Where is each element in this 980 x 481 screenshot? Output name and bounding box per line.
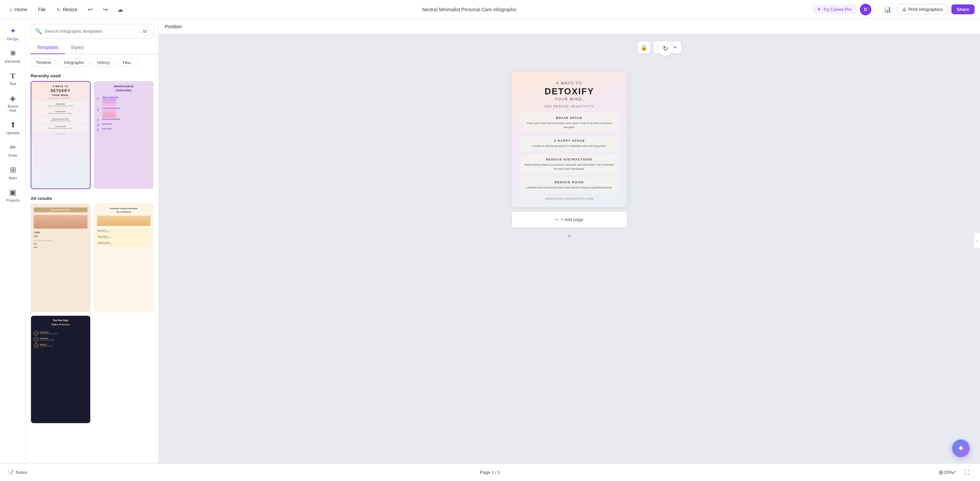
grid-icon: ⊞ — [939, 469, 943, 476]
sidebar-item-brand-hub[interactable]: ◈ Brand Hub — [2, 91, 24, 116]
fullscreen-button[interactable]: ⛶ — [962, 467, 972, 478]
template-preview-culinary: Profitable Culinary Business Tips for Be… — [94, 204, 154, 311]
topbar: ⌂ Home File ⤡ Resize ↩ ↪ ☁ Neutral Minim… — [0, 0, 980, 19]
left-panel: 🔍 ⊟ Templates Styles Timeline Infographi… — [26, 19, 159, 463]
refresh-button-wrap: ↻ — [658, 41, 673, 56]
position-label: Position — [165, 24, 182, 29]
sidebar-item-apps[interactable]: ⊞ Apps — [2, 162, 24, 183]
lock-button[interactable]: 🔒 — [638, 41, 651, 54]
fit-view-button[interactable]: ⤢ — [949, 467, 959, 478]
infographic-wrap: 4 WAYS TO DETOXIFY YOUR MIND. AND REDUCE… — [511, 72, 627, 453]
redo-button[interactable]: ↪ — [99, 3, 111, 16]
undo-icon: ↩ — [88, 6, 93, 13]
template-card-sales[interactable]: The Five Step Sales Process 01 Prospecti… — [31, 315, 91, 424]
filter-button[interactable]: ⊟ — [141, 27, 149, 35]
sidebar-item-uploads[interactable]: ⬆ Uploads — [2, 117, 24, 138]
apps-icon: ⊞ — [10, 166, 16, 174]
file-button[interactable]: File — [34, 5, 50, 14]
canvas-scroll: 🔒 ⧉ + ↻ 4 WAYS TO DETOX — [159, 34, 980, 463]
sparkle-icon: ✦ — [817, 7, 821, 12]
infographic-card[interactable]: 4 WAYS TO DETOXIFY YOUR MIND. AND REDUCE… — [511, 72, 627, 207]
infographic-main-title: DETOXIFY — [520, 86, 619, 96]
all-results-grid: EMPLOYEE STATISTICS 1,029 110 SALARY CON… — [26, 204, 158, 428]
uploads-icon: ⬆ — [10, 121, 16, 129]
brand-hub-icon: ◈ — [10, 94, 16, 103]
add-icon: + — [673, 44, 676, 50]
recently-used-grid: 4 WAYS TO DETOXIFY YOUR MIND. AND REDUCE… — [26, 81, 158, 194]
position-bar: Position — [159, 19, 980, 34]
page-dot — [568, 235, 571, 237]
search-input[interactable] — [45, 29, 138, 34]
chip-infographic[interactable]: Infographic — [59, 58, 89, 67]
page-title: Neutral Minimalist Personal Care Infogra… — [422, 7, 517, 12]
notes-icon: 📝 — [8, 470, 14, 475]
home-icon: ⌂ — [10, 7, 12, 12]
resize-icon: ⤡ — [57, 7, 60, 12]
sidebar-item-design[interactable]: ✦ Design — [2, 23, 24, 44]
canva-assistant-button[interactable]: ✦ — [952, 440, 970, 457]
infographic-footer: WWW.REALLYGREATSITE.COM — [520, 197, 619, 200]
file-label: File — [38, 7, 46, 12]
cloud-icon: ☁ — [117, 6, 123, 13]
add-page-button[interactable]: + + Add page — [511, 211, 627, 228]
draw-icon: ✏ — [10, 143, 16, 152]
notes-button[interactable]: 📝 Notes — [8, 470, 27, 475]
infographic-section-1: A HAPPY SPACE Create an intentional spac… — [520, 135, 619, 151]
chart-icon-button[interactable]: 📊 — [881, 3, 894, 16]
refresh-icon: ↻ — [663, 44, 668, 53]
topbar-center: Neutral Minimalist Personal Care Infogra… — [130, 7, 808, 12]
resize-button[interactable]: ⤡ Resize — [52, 5, 81, 14]
print-button[interactable]: 🖨 Print Infographics — [897, 4, 948, 14]
undo-button[interactable]: ↩ — [84, 3, 96, 16]
share-button[interactable]: Share — [951, 5, 975, 14]
chart-icon: 📊 — [884, 6, 891, 13]
tab-styles[interactable]: Styles — [65, 41, 90, 54]
text-icon: T — [10, 72, 15, 80]
infographic-pre-title: 4 WAYS TO — [520, 81, 619, 85]
template-card-culinary[interactable]: Profitable Culinary Business Tips for Be… — [94, 204, 154, 312]
bottom-bar: 📝 Notes Page 1 / 1 20% ⊞ ⤢ ⛶ — [0, 463, 980, 481]
home-button[interactable]: ⌂ Home — [5, 5, 31, 14]
template-card-mindfulness[interactable]: MINDFULNESS EXERCISES 1 MINDFUL BREATHIN… — [94, 81, 154, 189]
printer-icon: 🖨 — [902, 7, 907, 12]
fit-icon: ⤢ — [952, 469, 956, 476]
elements-icon: ❋ — [10, 49, 16, 58]
search-icon: 🔍 — [35, 28, 42, 34]
chip-timeline[interactable]: Timeline — [31, 58, 56, 67]
topbar-left: ⌂ Home File ⤡ Resize ↩ ↪ ☁ — [5, 3, 126, 16]
projects-icon: ▣ — [9, 188, 16, 197]
grid-view-button[interactable]: ⊞ — [936, 467, 946, 478]
fullscreen-icon: ⛶ — [964, 470, 969, 476]
sidebar-item-elements[interactable]: ❋ Elements — [2, 46, 24, 67]
sidebar-item-draw[interactable]: ✏ Draw — [2, 140, 24, 161]
try-pro-button[interactable]: ✦ Try Canva Pro — [813, 5, 856, 14]
plus-icon: + — [555, 217, 558, 222]
template-preview-mindfulness: MINDFULNESS EXERCISES 1 MINDFUL BREATHIN… — [94, 81, 154, 189]
resize-label: Resize — [63, 7, 77, 12]
template-card-employee[interactable]: EMPLOYEE STATISTICS 1,029 110 SALARY CON… — [31, 204, 91, 312]
tab-templates[interactable]: Templates — [31, 41, 65, 54]
template-preview-employee: EMPLOYEE STATISTICS 1,029 110 SALARY CON… — [31, 204, 90, 311]
refresh-button[interactable]: ↻ — [658, 41, 673, 56]
chip-health[interactable]: Hea... — [118, 58, 139, 67]
share-label: Share — [957, 7, 969, 12]
topbar-right: ✦ Try Canva Pro D 📊 🖨 Print Infographics… — [813, 3, 975, 16]
chip-history[interactable]: History — [92, 58, 115, 67]
search-input-wrap: 🔍 ⊟ — [31, 24, 154, 38]
print-label: Print Infographics — [908, 7, 943, 12]
page-info: Page 1 / 1 — [480, 470, 500, 475]
redo-icon: ↪ — [103, 6, 108, 13]
divider — [876, 5, 877, 14]
sidebar-item-projects[interactable]: ▣ Projects — [2, 185, 24, 206]
panel-scroll: Recently used 4 WAYS TO DETOXIFY YOUR MI… — [26, 71, 158, 463]
infographic-section-2: REDUCE DISTRACTIONS Multi-tasking makes … — [520, 154, 619, 174]
panel-tabs: Templates Styles — [26, 41, 158, 54]
main-layout: ✦ Design ❋ Elements T Text ◈ Brand Hub ⬆… — [0, 19, 980, 463]
search-bar: 🔍 ⊟ — [26, 19, 158, 41]
bottom-icons: ⊞ ⤢ ⛶ — [936, 467, 972, 478]
template-card-detoxify[interactable]: 4 WAYS TO DETOXIFY YOUR MIND. AND REDUCE… — [31, 81, 91, 189]
avatar[interactable]: D — [860, 4, 871, 15]
lock-icon: 🔒 — [641, 44, 648, 51]
sidebar-item-text[interactable]: T Text — [2, 68, 24, 89]
cloud-button[interactable]: ☁ — [114, 3, 126, 16]
